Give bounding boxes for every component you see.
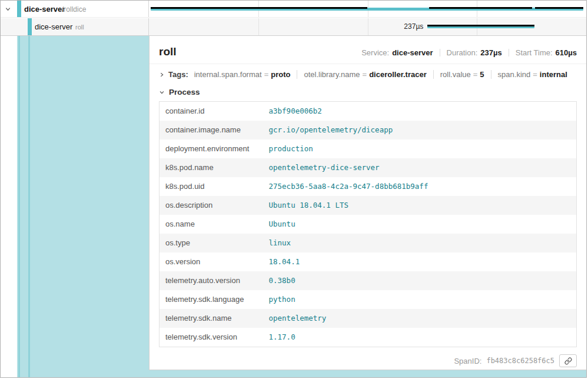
kv-value: python [263,290,577,309]
span-row-roll-selected[interactable]: dice-server roll 237µs [1,18,586,36]
tag-value: proto [271,70,290,79]
kv-key: telemetry.sdk.language [160,290,263,309]
tag-key: span.kind [498,70,531,79]
timeline-gridline [258,18,259,35]
critical-path-segment [427,25,534,26]
kv-value: 1.17.0 [263,328,577,347]
span-color-bar [28,18,32,35]
span-detail-footer: SpanID: fb483c8c6258f6c5 [150,347,586,370]
kv-value: 0.38b0 [263,271,577,290]
span-title: roll [159,45,177,58]
deep-link-button[interactable] [559,354,577,367]
kv-value: 18.04.1 [263,252,577,271]
kv-key: os.type [160,234,263,252]
kv-key: k8s.pod.uid [160,177,263,196]
span-timeline-cell[interactable]: 237µs [149,18,586,35]
kv-value: Ubuntu 18.04.1 LTS [263,196,577,215]
tag-item: roll.value=5 [433,70,491,79]
tag-item: span.kind=internal [491,70,574,79]
span-name-column[interactable]: dice-server roll [1,18,149,35]
kv-value: 275ecb36-5aa8-4c2a-9c47-d8bb681b9aff [263,177,577,196]
left-gutter [1,36,17,377]
span-color-bar [17,1,21,17]
table-row: k8s.pod.nameopentelemetry-dice-server [160,158,577,177]
span-name-column[interactable]: dice-server /rolldice [1,1,149,17]
service-stat-label: Service: [361,48,389,57]
process-section-toggle[interactable]: Process [150,84,586,101]
span-timeline-cell[interactable] [149,1,586,17]
kv-key: telemetry.auto.version [160,271,263,290]
span-operation-name: /rolldice [62,5,86,14]
tag-key: internal.span.format [194,70,262,79]
spanid-value: fb483c8c6258f6c5 [486,357,554,365]
table-row: telemetry.auto.version0.38b0 [160,271,577,290]
critical-path-segment [429,7,532,9]
span-operation-name: roll [75,24,84,31]
tag-equals: = [533,70,537,79]
kv-key: k8s.pod.name [160,158,263,177]
spanid-label: SpanID: [454,357,481,365]
tag-equals: = [363,70,367,79]
service-stat-value: dice-server [392,48,433,57]
start-time-stat-label: Start Time: [516,48,553,57]
kv-key: os.description [160,196,263,215]
table-row: telemetry.sdk.version1.17.0 [160,328,577,347]
process-section-label: Process [169,88,200,97]
kv-value: Ubuntu [263,215,577,234]
tag-key: otel.library.name [304,70,360,79]
span-detail-card: roll Service: dice-server Duration: 237µ… [149,36,586,370]
chevron-down-icon[interactable] [159,89,165,95]
table-row: k8s.pod.uid275ecb36-5aa8-4c2a-9c47-d8bb6… [160,177,577,196]
critical-path-segment [535,7,583,9]
kv-key: container.id [160,102,263,121]
kv-key: deployment.environment [160,139,263,158]
tag-value: diceroller.tracer [369,70,427,79]
tag-value: 5 [480,70,484,79]
tags-section-label: Tags: [168,70,188,79]
span-row-rolldice[interactable]: dice-server /rolldice [1,1,586,18]
indent-guide [18,36,20,377]
table-row: deployment.environmentproduction [160,139,577,158]
duration-stat-label: Duration: [447,48,478,57]
span-header-stats: Service: dice-server Duration: 237µs Sta… [361,48,577,57]
trace-timeline: dice-server /rolldice dice-server roll [1,1,586,36]
tag-item: otel.library.name=diceroller.tracer [297,70,433,79]
span-service-name: dice-server [24,5,65,14]
table-row: os.descriptionUbuntu 18.04.1 LTS [160,196,577,215]
kv-key: telemetry.sdk.version [160,328,263,347]
kv-value: gcr.io/opentelemetry/diceapp [263,121,577,139]
link-icon [564,357,572,365]
table-row: telemetry.sdk.languagepython [160,290,577,309]
kv-value: production [263,139,577,158]
span-duration-label: 237µs [404,22,423,31]
kv-key: os.name [160,215,263,234]
duration-stat-value: 237µs [480,48,501,57]
tag-equals: = [473,70,478,79]
tags-section-toggle[interactable]: Tags: internal.span.format=proto otel.li… [150,64,586,84]
indent-guide [28,36,30,377]
kv-value: linux [263,234,577,252]
kv-value: opentelemetry [263,309,577,328]
collapse-children-chevron-icon[interactable] [5,6,11,12]
start-time-stat-value: 610µs [556,48,577,57]
chevron-right-icon[interactable] [159,72,165,78]
trace-detail-page: dice-server /rolldice dice-server roll [0,0,587,378]
stat-divider [440,49,440,56]
tag-key: roll.value [440,70,471,79]
timeline-gridline [368,18,368,35]
table-row: container.ida3bf90e006b2 [160,102,577,121]
tag-equals: = [264,70,269,79]
table-row: telemetry.sdk.nameopentelemetry [160,309,577,328]
kv-value: opentelemetry-dice-server [263,158,577,177]
table-row: os.version18.04.1 [160,252,577,271]
kv-key: telemetry.sdk.name [160,309,263,328]
kv-key: os.version [160,252,263,271]
tag-value: internal [540,70,567,79]
critical-path-segment [151,7,368,9]
stat-divider [509,49,509,56]
process-kv-table: container.ida3bf90e006b2 container.image… [159,101,577,347]
kv-value: a3bf90e006b2 [263,102,577,121]
table-row: os.nameUbuntu [160,215,577,234]
table-row: os.typelinux [160,234,577,252]
span-service-name: dice-server [35,22,72,31]
